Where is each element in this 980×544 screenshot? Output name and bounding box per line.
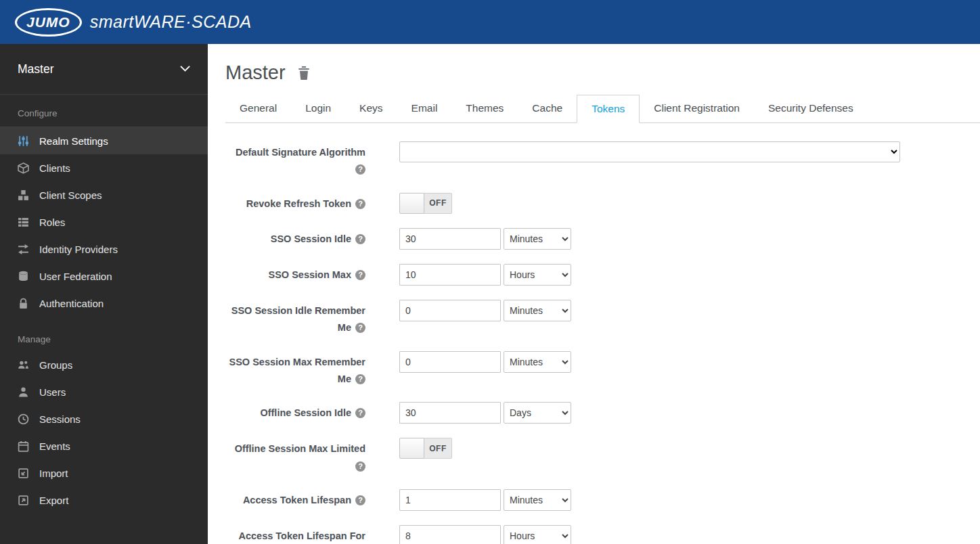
tab-cache[interactable]: Cache — [518, 95, 577, 123]
sidebar-item-users[interactable]: Users — [0, 378, 208, 405]
toggle-handle — [399, 438, 424, 459]
sidebar-item-label: Authentication — [39, 298, 104, 309]
sidebar-item-label: Users — [39, 386, 66, 398]
sidebar-item-user-federation[interactable]: User Federation — [0, 263, 208, 290]
tab-security-defenses[interactable]: Security Defenses — [754, 95, 868, 123]
field-label-text: Access Token Lifespan For Implicit Flow — [239, 530, 365, 544]
sidebar-item-roles[interactable]: Roles — [0, 208, 208, 235]
sidebar-item-label: Identity Providers — [39, 244, 118, 255]
sidebar-item-label: Events — [39, 440, 70, 452]
field-label-text: Offline Session Idle — [260, 407, 351, 418]
sidebar-item-label: Client Scopes — [39, 189, 102, 201]
sidebar-item-identity-providers[interactable]: Identity Providers — [0, 235, 208, 263]
sidebar-item-label: Groups — [39, 359, 72, 371]
chevron-down-icon — [180, 66, 190, 72]
field-label: SSO Session Max Remember Me? — [225, 351, 365, 388]
sidebar-item-import[interactable]: Import — [0, 459, 208, 486]
field-label-text: Offline Session Max Limited — [235, 443, 365, 454]
sidebar-item-export[interactable]: Export — [0, 486, 208, 514]
sidebar-item-client-scopes[interactable]: Client Scopes — [0, 181, 208, 208]
revoke-refresh-token-toggle[interactable]: OFF — [399, 193, 452, 214]
field-label: Offline Session Idle? — [225, 402, 365, 424]
offline-session-idle-unit-select[interactable]: Days — [504, 402, 571, 424]
field-control — [399, 141, 900, 179]
help-icon[interactable]: ? — [355, 495, 365, 505]
tab-email[interactable]: Email — [397, 95, 452, 123]
help-icon[interactable]: ? — [355, 374, 365, 384]
help-icon[interactable]: ? — [355, 270, 365, 280]
help-icon[interactable]: ? — [355, 408, 365, 418]
field-label-text: SSO Session Idle Remember Me — [231, 305, 365, 333]
field-label: SSO Session Max? — [225, 264, 365, 286]
sso-session-max-unit-select[interactable]: Hours — [504, 264, 571, 286]
field-label-text: SSO Session Max Remember Me — [229, 357, 365, 384]
sidebar-item-realm-settings[interactable]: Realm Settings — [0, 127, 208, 154]
sidebar-item-sessions[interactable]: Sessions — [0, 405, 208, 432]
field-row-default-signature-algorithm: Default Signature Algorithm? — [225, 141, 980, 179]
field-label-text: Revoke Refresh Token — [246, 198, 351, 209]
delete-realm-button[interactable] — [298, 66, 310, 80]
offline-session-idle-input[interactable] — [399, 402, 501, 424]
field-label-text: Default Signature Algorithm — [236, 147, 365, 158]
sso-session-idle-unit-select[interactable]: Minutes — [504, 228, 571, 250]
access-token-lifespan-implicit-flow-input[interactable] — [399, 525, 501, 544]
sso-session-idle-remember-me-input[interactable] — [399, 300, 501, 321]
field-label-text: SSO Session Idle — [271, 233, 351, 244]
field-row-sso-session-idle-remember-me: SSO Session Idle Remember Me? Minutes — [225, 300, 980, 337]
field-row-sso-session-max: SSO Session Max? Hours — [225, 264, 980, 286]
default-signature-algorithm-select[interactable] — [399, 141, 900, 162]
group-icon — [18, 359, 29, 371]
field-label-text: SSO Session Max — [269, 269, 352, 280]
sso-session-idle-remember-me-unit-select[interactable]: Minutes — [504, 300, 571, 321]
help-icon[interactable]: ? — [355, 234, 365, 244]
sidebar-item-authentication[interactable]: Authentication — [0, 290, 208, 317]
field-row-offline-session-idle: Offline Session Idle? Days — [225, 402, 980, 424]
sidebar-item-events[interactable]: Events — [0, 432, 208, 459]
sidebar-item-label: Clients — [39, 162, 70, 174]
field-control: Minutes — [399, 228, 571, 250]
field-label: Access Token Lifespan For Implicit Flow? — [225, 525, 365, 544]
help-icon[interactable]: ? — [355, 199, 365, 209]
tab-tokens[interactable]: Tokens — [577, 95, 640, 123]
database-icon — [18, 271, 29, 282]
field-control: Minutes — [399, 351, 571, 388]
cubes-icon — [18, 189, 29, 201]
field-label: Access Token Lifespan? — [225, 489, 365, 511]
sso-session-max-remember-me-input[interactable] — [399, 351, 501, 373]
field-label: Revoke Refresh Token? — [225, 193, 365, 214]
tab-bar: General Login Keys Email Themes Cache To… — [225, 95, 980, 123]
access-token-lifespan-unit-select[interactable]: Minutes — [504, 489, 571, 511]
toggle-handle — [399, 193, 424, 214]
field-row-revoke-refresh-token: Revoke Refresh Token? OFF — [225, 193, 980, 214]
access-token-lifespan-input[interactable] — [399, 489, 501, 511]
tab-themes[interactable]: Themes — [451, 95, 518, 123]
jumo-logo: JUMO — [15, 8, 82, 37]
help-icon[interactable]: ? — [355, 164, 365, 175]
sso-session-max-input[interactable] — [399, 264, 501, 286]
tab-login[interactable]: Login — [291, 95, 345, 123]
sidebar-item-label: Realm Settings — [39, 135, 108, 147]
sidebar-item-label: Sessions — [39, 413, 81, 425]
field-control: Days — [399, 402, 571, 424]
page-title: Master — [225, 62, 286, 84]
sso-session-max-remember-me-unit-select[interactable]: Minutes — [504, 351, 571, 373]
field-label: Default Signature Algorithm? — [225, 141, 365, 179]
help-icon[interactable]: ? — [355, 461, 365, 472]
export-icon — [18, 495, 29, 506]
tab-keys[interactable]: Keys — [345, 95, 397, 123]
field-control: OFF — [399, 193, 452, 214]
calendar-icon — [18, 440, 29, 452]
offline-session-max-limited-toggle[interactable]: OFF — [399, 438, 452, 459]
realm-selector[interactable]: Master — [0, 44, 208, 95]
help-icon[interactable]: ? — [355, 323, 365, 333]
sidebar-item-clients[interactable]: Clients — [0, 154, 208, 181]
field-row-sso-session-max-remember-me: SSO Session Max Remember Me? Minutes — [225, 351, 980, 388]
main-content: Master General Login Keys Email Themes C… — [208, 44, 980, 544]
tab-general[interactable]: General — [225, 95, 291, 123]
user-icon — [18, 386, 29, 398]
sidebar-item-groups[interactable]: Groups — [0, 351, 208, 378]
access-token-lifespan-implicit-flow-unit-select[interactable]: Hours — [504, 525, 571, 544]
sso-session-idle-input[interactable] — [399, 228, 501, 250]
tab-client-registration[interactable]: Client Registration — [640, 95, 754, 123]
tokens-form: Default Signature Algorithm? Revoke Refr… — [225, 141, 980, 544]
